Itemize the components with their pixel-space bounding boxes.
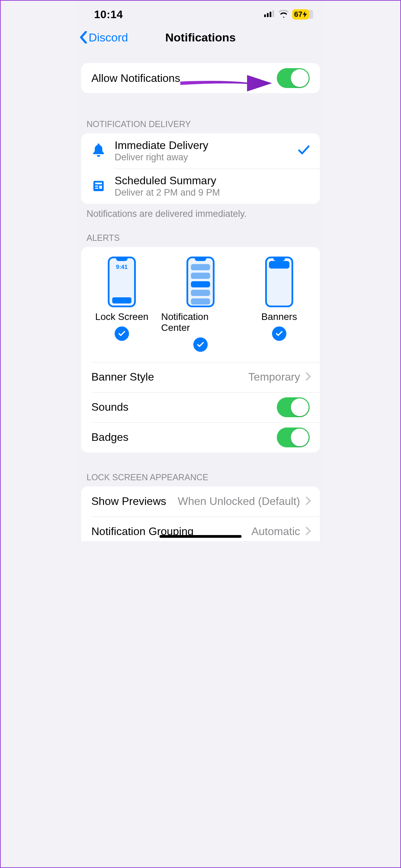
svg-rect-3 xyxy=(272,10,274,17)
check-circle-icon xyxy=(193,337,208,352)
delivery-immediate-title: Immediate Delivery xyxy=(115,139,298,152)
page-title: Notifications xyxy=(76,31,325,44)
show-previews-label: Show Previews xyxy=(91,495,166,508)
banner-style-value: Temporary xyxy=(248,371,300,383)
sounds-label: Sounds xyxy=(91,401,277,413)
badges-label: Badges xyxy=(91,431,277,444)
allow-notifications-row[interactable]: Allow Notifications xyxy=(81,63,320,93)
sounds-toggle[interactable] xyxy=(277,397,310,417)
newspaper-icon xyxy=(91,179,106,193)
alerts-card: 9:41 Lock Screen Notificat xyxy=(81,247,320,452)
chevron-right-icon xyxy=(303,373,310,381)
show-previews-value: When Unlocked (Default) xyxy=(170,495,300,508)
allow-notifications-label: Allow Notifications xyxy=(91,72,277,85)
delivery-scheduled-row[interactable]: Scheduled Summary Deliver at 2 PM and 9 … xyxy=(81,169,320,204)
notification-grouping-value: Automatic xyxy=(251,525,300,538)
svg-rect-7 xyxy=(95,186,98,187)
lock-screen-appearance-header: Lock Screen Appearance xyxy=(76,472,325,486)
svg-rect-0 xyxy=(264,14,266,17)
svg-rect-2 xyxy=(270,12,271,17)
check-circle-icon xyxy=(272,326,286,341)
alert-option-label: Banners xyxy=(261,311,297,322)
chevron-right-icon xyxy=(303,498,310,505)
svg-rect-9 xyxy=(99,186,102,189)
alert-option-lock-screen[interactable]: 9:41 Lock Screen xyxy=(82,257,161,352)
svg-point-4 xyxy=(98,144,100,146)
delivery-header: Notification Delivery xyxy=(76,119,325,133)
svg-rect-1 xyxy=(267,13,269,17)
cellular-icon xyxy=(264,10,275,18)
banners-preview-icon xyxy=(265,257,293,307)
bell-icon xyxy=(91,144,106,158)
delivery-scheduled-title: Scheduled Summary xyxy=(115,174,310,187)
banner-style-label: Banner Style xyxy=(91,371,248,383)
alert-option-notification-center[interactable]: Notification Center xyxy=(161,257,240,352)
lock-screen-appearance-card: Show Previews When Unlocked (Default) No… xyxy=(81,486,320,541)
delivery-scheduled-subtitle: Deliver at 2 PM and 9 PM xyxy=(115,187,310,198)
notification-center-preview-icon xyxy=(186,257,215,307)
svg-rect-8 xyxy=(95,188,98,189)
sounds-row[interactable]: Sounds xyxy=(81,392,320,422)
nav-bar: Discord Notifications xyxy=(76,25,325,49)
delivery-immediate-subtitle: Deliver right away xyxy=(115,152,298,163)
delivery-footer: Notifications are delivered immediately. xyxy=(76,204,325,219)
checkmark-icon xyxy=(298,145,310,157)
check-circle-icon xyxy=(115,326,129,341)
badges-toggle[interactable] xyxy=(277,427,310,447)
svg-rect-6 xyxy=(95,183,102,184)
allow-notifications-card: Allow Notifications xyxy=(81,63,320,93)
show-previews-row[interactable]: Show Previews When Unlocked (Default) xyxy=(81,486,320,517)
alerts-header: Alerts xyxy=(76,233,325,247)
allow-notifications-toggle[interactable] xyxy=(277,68,310,88)
lock-screen-preview-icon: 9:41 xyxy=(108,257,136,307)
delivery-immediate-row[interactable]: Immediate Delivery Deliver right away xyxy=(81,133,320,169)
banner-style-row[interactable]: Banner Style Temporary xyxy=(81,362,320,392)
wifi-icon xyxy=(279,10,289,19)
svg-rect-5 xyxy=(93,181,104,191)
battery-indicator: 67 xyxy=(292,9,309,20)
chevron-right-icon xyxy=(303,528,310,535)
alert-option-label: Notification Center xyxy=(161,311,240,333)
delivery-card: Immediate Delivery Deliver right away Sc… xyxy=(81,133,320,204)
alert-option-label: Lock Screen xyxy=(95,311,148,322)
badges-row[interactable]: Badges xyxy=(81,422,320,452)
alert-option-banners[interactable]: Banners xyxy=(240,257,319,352)
status-time: 10:14 xyxy=(94,8,123,21)
status-bar: 10:14 67 xyxy=(76,1,325,23)
home-indicator[interactable] xyxy=(159,535,242,538)
